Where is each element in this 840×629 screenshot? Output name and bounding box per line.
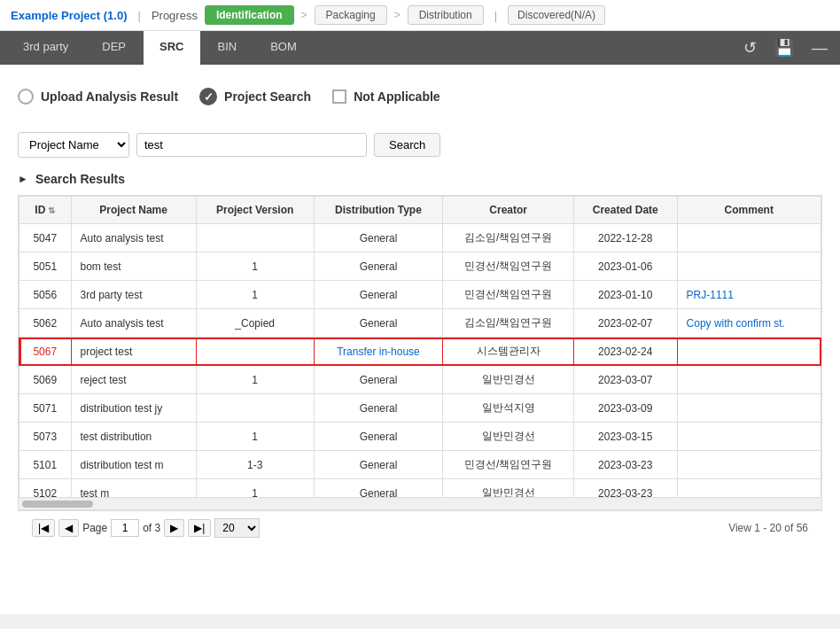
cell-name: 3rd party test: [71, 281, 196, 309]
cell-dist-type: General: [314, 479, 443, 498]
cell-creator: 민경선/책임연구원: [443, 252, 574, 281]
cell-id: 5062: [19, 309, 72, 338]
cell-id: 5102: [19, 479, 72, 498]
last-page-btn[interactable]: ▶|: [188, 519, 211, 537]
cell-created: 2023-03-23: [573, 451, 677, 479]
cell-comment: [677, 423, 821, 451]
results-header: ► Search Results: [18, 172, 822, 186]
table-row[interactable]: 5102 test m 1 General 일반민경선 2023-03-23: [19, 479, 821, 498]
cell-comment: [677, 252, 821, 281]
search-button[interactable]: Search: [374, 133, 440, 157]
table-row[interactable]: 5056 3rd party test 1 General 민경선/책임연구원 …: [19, 281, 821, 309]
table-wrapper: ID Project Name Project Version Distribu…: [18, 195, 822, 510]
cell-comment: [677, 479, 821, 498]
cell-version: 1-3: [196, 451, 314, 479]
search-input[interactable]: [136, 133, 367, 157]
table-row[interactable]: 5101 distribution test m 1-3 General 민경선…: [19, 451, 821, 479]
stage-identification-btn[interactable]: Identification: [205, 5, 294, 25]
upload-option[interactable]: Upload Analysis Result: [18, 89, 178, 105]
cell-comment: [677, 451, 821, 479]
results-table: ID Project Name Project Version Distribu…: [19, 196, 821, 497]
discovered-btn[interactable]: Discovered(N/A): [508, 5, 605, 25]
view-info: View 1 - 20 of 56: [728, 522, 808, 534]
prev-page-btn[interactable]: ◀: [58, 519, 79, 537]
results-arrow-icon: ►: [18, 173, 28, 185]
cell-id: 5067: [19, 338, 72, 366]
per-page-select[interactable]: 10 20 50 100: [214, 518, 260, 538]
cell-comment: [677, 394, 821, 423]
tab-3rdparty[interactable]: 3rd party: [7, 31, 84, 65]
project-search-label: Project Search: [224, 89, 311, 104]
stage-distribution-btn[interactable]: Distribution: [408, 5, 484, 25]
project-search-check[interactable]: ✓: [199, 88, 217, 105]
cell-name: bom test: [71, 252, 196, 281]
arrow1-icon: >: [301, 9, 307, 21]
page-input[interactable]: [111, 519, 139, 537]
upload-label: Upload Analysis Result: [41, 89, 178, 104]
tab-src[interactable]: SRC: [144, 31, 199, 65]
cell-creator: 김소임/책임연구원: [443, 309, 574, 338]
table-row[interactable]: 5067 project test Transfer in-house 시스템관…: [19, 338, 821, 366]
cell-version: [196, 224, 314, 252]
search-select[interactable]: Project Name Project Version Creator: [18, 132, 129, 158]
undo-button[interactable]: ↺: [738, 35, 762, 61]
cell-creator: 일반석지영: [443, 394, 574, 423]
cell-comment: Copy with confirm st.: [677, 309, 821, 338]
cell-name: reject test: [71, 366, 196, 394]
h-scroll-thumb[interactable]: [22, 501, 93, 508]
table-row[interactable]: 5062 Auto analysis test _Copied General …: [19, 309, 821, 338]
cell-id: 5051: [19, 252, 72, 281]
col-project-name[interactable]: Project Name: [71, 197, 196, 224]
cell-version: 1: [196, 479, 314, 498]
cell-creator: 시스템관리자: [443, 338, 574, 366]
tab-bom[interactable]: BOM: [254, 31, 313, 65]
cell-name: Auto analysis test: [71, 309, 196, 338]
cell-name: Auto analysis test: [71, 224, 196, 252]
cell-version: 1: [196, 281, 314, 309]
tab-dep[interactable]: DEP: [86, 31, 142, 65]
table-body: 5047 Auto analysis test General 김소임/책임연구…: [19, 224, 821, 498]
cell-dist-type: General: [314, 394, 443, 423]
table-row[interactable]: 5071 distribution test jy General 일반석지영 …: [19, 394, 821, 423]
first-page-btn[interactable]: |◀: [32, 519, 55, 537]
table-row[interactable]: 5051 bom test 1 General 민경선/책임연구원 2023-0…: [19, 252, 821, 281]
not-applicable-option[interactable]: Not Applicable: [332, 89, 440, 104]
cell-dist-type: General: [314, 309, 443, 338]
horizontal-scrollbar[interactable]: [19, 497, 821, 509]
col-project-version[interactable]: Project Version: [196, 197, 314, 224]
col-distribution-type[interactable]: Distribution Type: [314, 197, 443, 224]
not-applicable-checkbox[interactable]: [332, 89, 346, 104]
project-search-option[interactable]: ✓ Project Search: [199, 88, 311, 105]
table-row[interactable]: 5047 Auto analysis test General 김소임/책임연구…: [19, 224, 821, 252]
save-button[interactable]: 💾: [769, 35, 799, 61]
cell-comment: [677, 338, 821, 366]
col-created-date[interactable]: Created Date: [573, 197, 677, 224]
col-id[interactable]: ID: [19, 197, 72, 224]
table-scroll[interactable]: ID Project Name Project Version Distribu…: [19, 196, 821, 497]
tab-bin[interactable]: BIN: [202, 31, 253, 65]
stage-packaging-btn[interactable]: Packaging: [315, 5, 387, 25]
cell-dist-type: General: [314, 366, 443, 394]
cell-dist-type: General: [314, 423, 443, 451]
cell-creator: 일반민경선: [443, 479, 574, 498]
cell-comment: PRJ-1111: [677, 281, 821, 309]
col-comment[interactable]: Comment: [677, 197, 821, 224]
table-row[interactable]: 5073 test distribution 1 General 일반민경선 2…: [19, 423, 821, 451]
col-creator[interactable]: Creator: [443, 197, 574, 224]
upload-radio[interactable]: [18, 89, 34, 105]
top-bar: Example Project (1.0) | Progress Identif…: [0, 0, 840, 31]
separator1: |: [138, 9, 141, 22]
cell-name: distribution test m: [71, 451, 196, 479]
cell-id: 5101: [19, 451, 72, 479]
cell-id: 5071: [19, 394, 72, 423]
options-row: Upload Analysis Result ✓ Project Search …: [18, 79, 822, 114]
next-page-btn[interactable]: ▶: [164, 519, 184, 537]
cell-created: 2023-03-23: [573, 479, 677, 498]
cell-created: 2023-02-07: [573, 309, 677, 338]
table-row[interactable]: 5069 reject test 1 General 일반민경선 2023-03…: [19, 366, 821, 394]
cell-id: 5073: [19, 423, 72, 451]
close-button[interactable]: —: [806, 35, 833, 61]
cell-name: test m: [71, 479, 196, 498]
project-link[interactable]: Example Project (1.0): [11, 9, 128, 22]
cell-created: 2022-12-28: [573, 224, 677, 252]
